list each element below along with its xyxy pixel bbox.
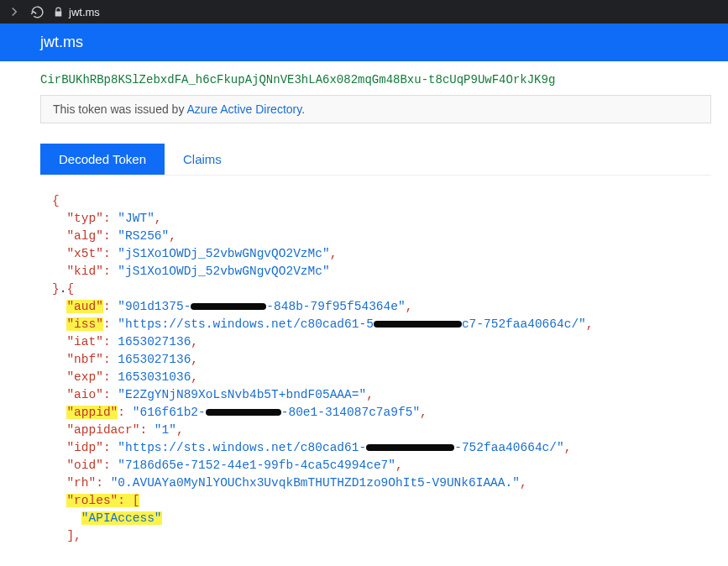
decoded-json: { "typ": "JWT", "alg": "RS256", "x5t": "…	[40, 176, 711, 545]
json-val-rh: "0.AVUAYa0MyNlYOUChx3UvqkBmTHUTHZD1zo9Oh…	[111, 476, 520, 490]
json-key-aio: "aio"	[66, 388, 103, 401]
json-key-idp: "idp"	[66, 441, 103, 454]
json-val-appid-2: -80e1-314087c7a9f5"	[281, 406, 420, 419]
json-val-aio: "E2ZgYNjN89XoLsNvb4b5T+bndF05AAA="	[118, 388, 366, 401]
redacted-mark	[191, 303, 266, 310]
json-key-appidacr: "appidacr"	[66, 423, 139, 437]
json-val-appid-1: "616f61b2-	[133, 406, 206, 419]
forward-icon[interactable]	[7, 4, 22, 19]
json-key-aud: "aud"	[66, 300, 103, 313]
issuer-notice-prefix: This token was issued by	[53, 102, 187, 116]
json-key-roles: "roles"	[66, 494, 118, 507]
json-val-alg: "RS256"	[118, 229, 169, 243]
json-val-typ: "JWT"	[118, 212, 155, 225]
json-val-roles-0: "APIAccess"	[81, 511, 162, 525]
app-title: jwt.ms	[0, 24, 728, 61]
json-val-kid: "jS1Xo1OWDj_52vbwGNgvQO2VzMc"	[118, 265, 329, 278]
reload-icon[interactable]	[30, 5, 45, 19]
json-val-appidacr: "1"	[155, 423, 176, 437]
redacted-mark	[206, 409, 281, 416]
json-key-x5t: "x5t"	[66, 247, 103, 260]
issuer-notice-suffix: .	[301, 102, 305, 116]
json-val-iss-2: c7-752faa40664c/"	[462, 317, 586, 331]
json-val-idp-1: "https://sts.windows.net/c80cad61-	[118, 441, 366, 454]
json-key-nbf: "nbf"	[66, 353, 103, 366]
json-key-oid: "oid"	[66, 459, 103, 472]
json-val-x5t: "jS1Xo1OWDj_52vbwGNgvQO2VzMc"	[118, 247, 329, 260]
encoded-token-text: CirBUKhRBp8KSlZebxdFA_h6cFkupAjQNnVE3hLA…	[40, 61, 711, 95]
json-key-kid: "kid"	[66, 265, 103, 278]
json-val-aud-1: "901d1375-	[118, 300, 191, 313]
tab-claims[interactable]: Claims	[165, 144, 240, 175]
redacted-mark	[366, 444, 454, 451]
lock-icon	[53, 7, 64, 18]
main-content: CirBUKhRBp8KSlZebxdFA_h6cFkupAjQNnVE3hLA…	[0, 61, 728, 545]
json-key-rh: "rh"	[66, 476, 96, 490]
address-url: jwt.ms	[69, 6, 100, 18]
redacted-mark	[374, 321, 462, 328]
issuer-notice: This token was issued by Azure Active Di…	[40, 95, 711, 123]
json-key-typ: "typ"	[66, 212, 103, 225]
json-key-exp: "exp"	[66, 370, 103, 384]
json-key-iss: "iss"	[66, 317, 103, 331]
json-val-idp-2: -752faa40664c/"	[454, 441, 564, 454]
address-bar[interactable]: jwt.ms	[53, 2, 102, 22]
json-key-iat: "iat"	[66, 335, 103, 349]
json-val-aud-2: -848b-79f95f54364e"	[266, 300, 405, 313]
tabs: Decoded Token Claims	[40, 144, 711, 176]
issuer-link[interactable]: Azure Active Directory	[187, 102, 302, 116]
tab-decoded-token[interactable]: Decoded Token	[40, 144, 165, 175]
json-key-appid: "appid"	[66, 406, 118, 419]
json-key-alg: "alg"	[66, 229, 103, 243]
browser-top-bar: jwt.ms	[0, 0, 728, 24]
json-val-iat: 1653027136	[118, 335, 191, 349]
json-val-iss-1: "https://sts.windows.net/c80cad61-5	[118, 317, 374, 331]
json-val-nbf: 1653027136	[118, 353, 191, 366]
json-val-exp: 1653031036	[118, 370, 191, 384]
json-val-oid: "7186d65e-7152-44e1-99fb-4ca5c4994ce7"	[118, 459, 395, 472]
